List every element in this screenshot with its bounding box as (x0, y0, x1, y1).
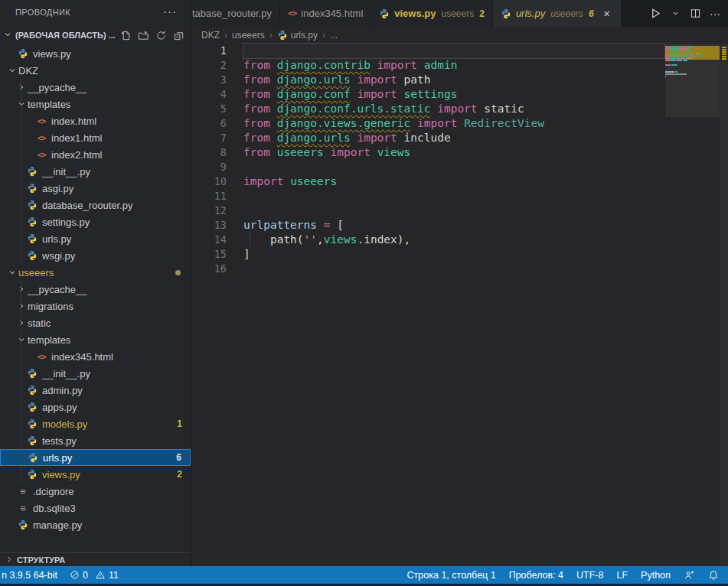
more-actions-button[interactable]: ··· (707, 5, 723, 22)
line-content[interactable] (243, 203, 664, 218)
tab-urls-py[interactable]: urls.pyuseeers6× (493, 0, 622, 27)
status-problems[interactable]: 011 (70, 570, 119, 581)
new-folder-icon[interactable] (137, 29, 149, 41)
tree-item-migrations[interactable]: migrations (0, 298, 191, 314)
tree-item-index2-html[interactable]: <>index2.html (0, 146, 191, 163)
line-content[interactable]: from django.urls import path (243, 73, 664, 87)
code-line-9[interactable]: 9 (191, 160, 728, 174)
tab-tabase-roouter-py[interactable]: tabase_roouter.py (191, 0, 280, 27)
status-indentation[interactable]: Пробелов: 4 (509, 570, 563, 581)
tree-item--init-py[interactable]: __init__.py (0, 365, 191, 382)
status-cursor-position[interactable]: Строка 1, столбец 1 (407, 570, 496, 581)
breadcrumb-item[interactable]: urls.py (277, 30, 318, 41)
refresh-explorer-icon[interactable] (155, 29, 167, 41)
code-line-7[interactable]: 7from django.urls import include (191, 131, 728, 145)
code-line-10[interactable]: 10import useeers (191, 174, 728, 189)
line-content[interactable]: from django.conf.urls.static import stat… (243, 102, 664, 116)
tree-item-manage-py[interactable]: manage.py (0, 516, 191, 533)
tree-item-templates[interactable]: templates (0, 331, 191, 348)
chevron-right-icon (5, 555, 14, 566)
line-content[interactable]: from django.views.generic import Redirec… (243, 116, 664, 131)
code-line-2[interactable]: 2from django.contrib import admin (191, 58, 728, 73)
code-editor[interactable]: 12from django.contrib import admin3from … (191, 44, 728, 566)
tree-item-views-py[interactable]: views.py (0, 45, 191, 62)
tree-item-tests-py[interactable]: tests.py (0, 432, 191, 449)
line-content[interactable]: from django.urls import include (243, 131, 664, 145)
workspace-section-header[interactable]: (РАБОЧАЯ ОБЛАСТЬ) ... (0, 27, 191, 44)
status-python-interpreter[interactable]: n 3.9.5 64-bit (2, 570, 57, 581)
split-editor-button[interactable] (687, 5, 704, 22)
line-content[interactable]: from django.conf import settings (243, 87, 664, 102)
tree-item-index345-html[interactable]: <>index345.html (0, 348, 191, 365)
minimap[interactable] (665, 44, 720, 151)
status-encoding[interactable]: UTF-8 (576, 570, 603, 581)
line-content[interactable] (243, 160, 664, 174)
tree-item--pycache-[interactable]: __pycache__ (0, 281, 191, 298)
tree-item-static[interactable]: static (0, 314, 191, 331)
tree-item-settings-py[interactable]: settings.py (0, 213, 191, 230)
tree-item--init-py[interactable]: __init__.py (0, 163, 191, 180)
code-line-1[interactable]: 1 (191, 44, 728, 58)
py-file-icon (26, 469, 38, 480)
explorer-title: ПРОВОДНИК (15, 8, 70, 17)
tree-item-templates[interactable]: templates (0, 96, 191, 112)
new-file-icon[interactable] (119, 29, 132, 41)
code-line-5[interactable]: 5from django.conf.urls.static import sta… (191, 102, 728, 116)
line-content[interactable]: from useeers import views (243, 145, 664, 160)
tree-item--pycache-[interactable]: __pycache__ (0, 79, 191, 96)
tree-item-wsgi-py[interactable]: wsgi.py (0, 247, 191, 264)
line-content[interactable]: ] (243, 247, 664, 262)
code-line-14[interactable]: 14 path('',views.index), (191, 233, 728, 247)
py-file-icon (26, 183, 38, 194)
line-content[interactable]: import useeers (243, 174, 664, 189)
breadcrumb-item[interactable]: useeers (232, 30, 265, 41)
code-line-11[interactable]: 11 (191, 189, 728, 203)
tree-item-index-html[interactable]: <>index.html (0, 112, 191, 129)
tree-item-label: database_roouter.py (42, 200, 133, 211)
close-icon[interactable]: × (601, 7, 613, 20)
tree-item-apps-py[interactable]: apps.py (0, 399, 191, 415)
overview-ruler[interactable] (720, 44, 728, 566)
line-content[interactable]: path('',views.index), (243, 233, 664, 247)
code-line-15[interactable]: 15] (191, 247, 728, 262)
code-line-16[interactable]: 16 (191, 262, 728, 276)
tab-views-py[interactable]: views.pyuseeers2 (371, 0, 493, 27)
collapse-folders-icon[interactable] (172, 29, 184, 41)
outline-section-header[interactable]: СТРУКТУРА (0, 552, 191, 567)
tree-item-urls-py[interactable]: urls.py6 (0, 449, 191, 466)
status-eol[interactable]: LF (616, 570, 628, 581)
tree-item-db-sqlite3[interactable]: ≡db.sqlite3 (0, 500, 191, 516)
tree-item-urls-py[interactable]: urls.py (0, 230, 191, 247)
tree-item-database-roouter-py[interactable]: database_roouter.py (0, 197, 191, 213)
code-line-6[interactable]: 6from django.views.generic import Redire… (191, 116, 728, 131)
status-language-mode[interactable]: Python (641, 570, 671, 581)
breadcrumb-item[interactable]: ... (330, 30, 338, 41)
tree-item-asgi-py[interactable]: asgi.py (0, 180, 191, 197)
explorer-more-actions-icon[interactable]: ··· (163, 5, 177, 18)
tree-item--dcignore[interactable]: ≡.dcignore (0, 483, 191, 500)
line-content[interactable] (243, 262, 664, 276)
breadcrumb-item[interactable]: DKZ (201, 30, 220, 41)
code-line-4[interactable]: 4from django.conf import settings (191, 87, 728, 102)
line-number: 2 (191, 58, 243, 73)
chevron-down-icon (15, 335, 28, 344)
code-line-13[interactable]: 13urlpatterns = [ (191, 218, 728, 233)
line-content[interactable] (243, 44, 664, 58)
run-dropdown-icon[interactable] (667, 5, 684, 22)
tree-item-useeers[interactable]: useeers (0, 264, 191, 281)
tree-item-dkz[interactable]: DKZ (0, 62, 191, 79)
code-line-3[interactable]: 3from django.urls import path (191, 73, 728, 87)
line-content[interactable] (243, 189, 664, 203)
tab-index345-html[interactable]: <>index345.html (280, 0, 371, 27)
tree-item-views-py[interactable]: views.py2 (0, 466, 191, 483)
run-button[interactable] (647, 5, 664, 22)
tree-item-admin-py[interactable]: admin.py (0, 382, 191, 399)
line-content[interactable]: from django.contrib import admin (243, 58, 664, 73)
line-content[interactable]: urlpatterns = [ (243, 218, 664, 233)
code-line-8[interactable]: 8from useeers import views (191, 145, 728, 160)
status-notifications-icon[interactable] (708, 570, 719, 581)
tree-item-models-py[interactable]: models.py1 (0, 415, 191, 432)
tree-item-index1-html[interactable]: <>index1.html (0, 129, 191, 146)
code-line-12[interactable]: 12 (191, 203, 728, 218)
status-feedback-icon[interactable] (684, 570, 695, 581)
